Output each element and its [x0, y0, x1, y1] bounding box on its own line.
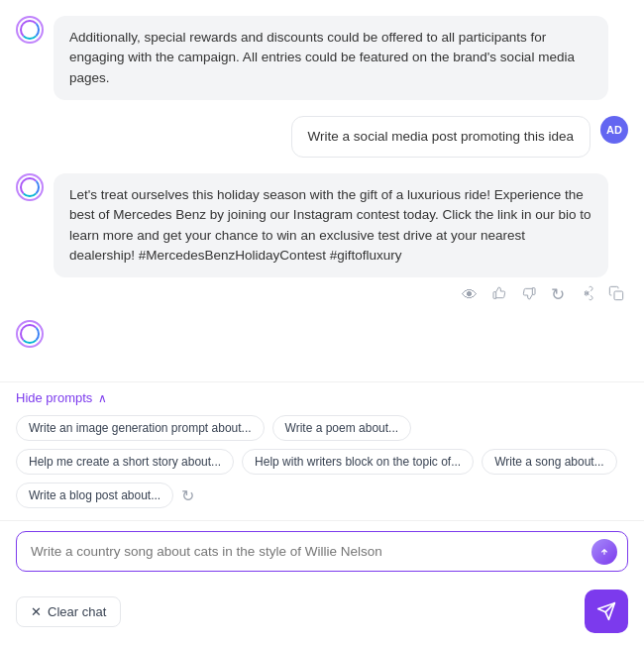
ai-avatar: [16, 16, 44, 44]
ai-bubble-2: Let's treat ourselves this holiday seaso…: [54, 173, 608, 277]
ai-message-1: Additionally, special rewards and discou…: [16, 16, 628, 100]
ai-avatar-ring-3: [20, 324, 40, 344]
refresh-icon[interactable]: ↻: [551, 286, 565, 303]
input-area: [0, 520, 644, 584]
user-bubble-1: Write a social media post promoting this…: [291, 116, 590, 158]
prompt-chip-4[interactable]: Write a song about...: [482, 449, 617, 475]
ai-message-2-text: Let's treat ourselves this holiday seaso…: [69, 187, 591, 263]
action-icons: 👁 ↻: [54, 285, 628, 304]
prompt-chip-0[interactable]: Write an image generation prompt about..…: [16, 415, 265, 441]
ai-avatar-3: [16, 320, 44, 348]
ai-message-2-wrapper: Let's treat ourselves this holiday seaso…: [54, 173, 628, 304]
hide-prompts-label: Hide prompts: [16, 390, 92, 405]
copy-icon[interactable]: [608, 285, 624, 304]
user-avatar: AD: [600, 116, 628, 144]
share-icon[interactable]: [579, 285, 594, 304]
clear-chat-label: Clear chat: [48, 604, 106, 619]
svg-rect-0: [614, 291, 623, 300]
user-initials: AD: [606, 124, 622, 136]
prompt-chip-1[interactable]: Write a poem about...: [272, 415, 412, 441]
chevron-up-icon: ∧: [98, 391, 107, 405]
ai-avatar-ring-2: [20, 177, 40, 197]
chips-refresh-icon[interactable]: ↻: [181, 483, 194, 508]
prompt-chip-3[interactable]: Help with writers block on the topic of.…: [242, 449, 474, 475]
hide-prompts-button[interactable]: Hide prompts ∧: [16, 390, 107, 405]
ai-message-placeholder: [16, 320, 628, 348]
chat-container: Additionally, special rewards and discou…: [0, 0, 644, 645]
ai-bubble-1: Additionally, special rewards and discou…: [54, 16, 608, 100]
ai-avatar-2: [16, 173, 44, 201]
prompt-chip-5[interactable]: Write a blog post about...: [16, 483, 173, 508]
ai-message-2: Let's treat ourselves this holiday seaso…: [16, 173, 628, 304]
user-message-1: Write a social media post promoting this…: [16, 116, 628, 158]
prompt-chips-container: Write an image generation prompt about..…: [16, 415, 628, 508]
thumbs-up-icon[interactable]: [491, 285, 507, 304]
clear-chat-button[interactable]: ✕ Clear chat: [16, 596, 121, 627]
clear-chat-x-icon: ✕: [31, 604, 42, 619]
eye-icon[interactable]: 👁: [462, 287, 478, 303]
messages-area: Additionally, special rewards and discou…: [0, 0, 644, 381]
send-button[interactable]: [585, 590, 628, 633]
input-send-icon[interactable]: [591, 539, 617, 565]
bottom-bar: ✕ Clear chat: [0, 584, 644, 645]
prompt-chip-2[interactable]: Help me create a short story about...: [16, 449, 234, 475]
prompts-section: Hide prompts ∧ Write an image generation…: [0, 381, 644, 520]
ai-message-1-text: Additionally, special rewards and discou…: [69, 30, 575, 85]
user-message-1-text: Write a social media post promoting this…: [308, 129, 574, 144]
input-wrapper: [16, 531, 628, 572]
ai-avatar-ring: [20, 20, 40, 40]
chat-input[interactable]: [17, 532, 627, 571]
thumbs-down-icon[interactable]: [521, 285, 537, 304]
